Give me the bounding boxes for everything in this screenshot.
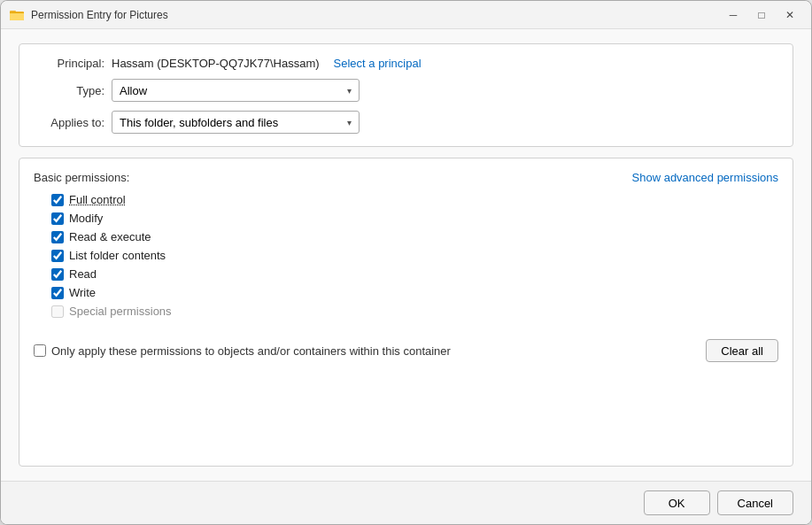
footer: OK Cancel [1,481,811,524]
list-item: Modify [51,212,778,225]
write-checkbox[interactable] [51,287,64,299]
title-bar: Permission Entry for Pictures ─ □ ✕ [1,1,811,29]
svg-rect-3 [10,12,24,13]
title-bar-controls: ─ □ ✕ [721,3,802,27]
type-dropdown[interactable]: Allow ▾ [112,79,360,102]
list-item: Special permissions [51,305,778,318]
applies-dropdown-arrow: ▾ [347,118,352,127]
only-apply-label: Only apply these permissions to objects … [51,344,451,358]
full-control-label: Full control [69,193,126,206]
top-section: Principal: Hassam (DESKTOP-QQ7JK77\Hassa… [19,43,793,147]
principal-row: Principal: Hassam (DESKTOP-QQ7JK77\Hassa… [34,57,778,70]
full-control-checkbox[interactable] [51,194,64,206]
select-principal-link[interactable]: Select a principal [334,57,421,70]
type-dropdown-arrow: ▾ [347,86,352,96]
list-item: Full control [51,193,778,206]
list-item: Read [51,267,778,281]
special-permissions-checkbox [51,305,64,318]
svg-rect-2 [10,12,24,20]
folder-icon [10,8,24,22]
permissions-checkbox-list: Full control Modify Read & execute List … [34,193,778,318]
list-item: Write [51,286,778,299]
show-advanced-link[interactable]: Show advanced permissions [632,171,778,184]
list-folder-contents-checkbox[interactable] [51,250,64,262]
write-label: Write [69,286,96,299]
main-content: Principal: Hassam (DESKTOP-QQ7JK77\Hassa… [1,29,811,481]
only-apply-checkbox[interactable] [34,344,46,357]
permissions-title: Basic permissions: [34,171,129,184]
applies-dropdown[interactable]: This folder, subfolders and files ▾ [112,111,360,134]
list-folder-contents-label: List folder contents [69,249,166,262]
minimize-button[interactable]: ─ [721,3,746,27]
window-title: Permission Entry for Pictures [31,9,168,21]
only-apply-row: Only apply these permissions to objects … [34,344,451,358]
permission-entry-window: Permission Entry for Pictures ─ □ ✕ Prin… [0,0,812,525]
read-checkbox[interactable] [51,268,64,281]
principal-value: Hassam (DESKTOP-QQ7JK77\Hassam) [112,57,320,70]
type-dropdown-value: Allow [120,84,147,97]
cancel-button[interactable]: Cancel [717,490,793,515]
type-row: Type: Allow ▾ [34,79,778,102]
permissions-section: Basic permissions: Show advanced permiss… [19,158,793,467]
close-button[interactable]: ✕ [777,3,802,27]
modify-label: Modify [69,212,103,225]
clear-all-button[interactable]: Clear all [706,339,778,362]
maximize-button[interactable]: □ [749,3,774,27]
applies-row: Applies to: This folder, subfolders and … [34,111,778,134]
modify-checkbox[interactable] [51,212,64,225]
permissions-header: Basic permissions: Show advanced permiss… [34,171,778,184]
read-execute-checkbox[interactable] [51,231,64,243]
principal-label: Principal: [34,57,104,70]
applies-dropdown-value: This folder, subfolders and files [120,116,278,129]
read-execute-label: Read & execute [69,230,151,243]
ok-button[interactable]: OK [644,490,710,515]
read-label: Read [69,267,97,281]
applies-label: Applies to: [34,116,104,129]
title-bar-left: Permission Entry for Pictures [10,8,168,22]
special-permissions-label: Special permissions [69,305,172,318]
list-item: Read & execute [51,230,778,243]
list-item: List folder contents [51,249,778,262]
bottom-section: Only apply these permissions to objects … [34,336,778,366]
type-label: Type: [34,84,104,97]
